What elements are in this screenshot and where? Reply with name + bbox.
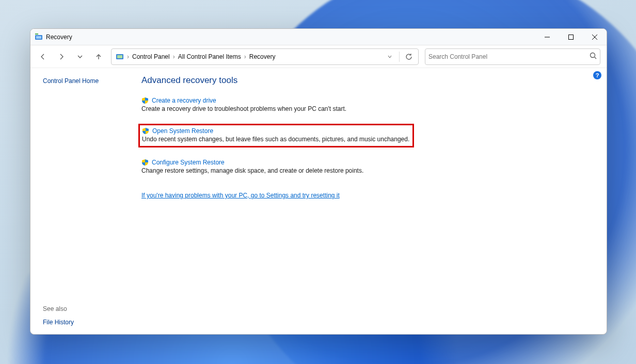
svg-rect-4 — [569, 35, 574, 39]
up-button[interactable] — [92, 51, 105, 63]
svg-rect-9 — [117, 55, 122, 58]
uac-shield-icon — [141, 97, 149, 104]
refresh-button[interactable] — [402, 49, 416, 64]
search-box[interactable] — [425, 48, 600, 65]
uac-shield-icon — [142, 127, 149, 135]
maximize-button[interactable] — [559, 29, 583, 45]
open-system-restore-item: Open System Restore Undo recent system c… — [141, 124, 513, 147]
forward-button[interactable] — [55, 51, 68, 63]
minimize-button[interactable] — [535, 29, 559, 45]
toolbar: › Control Panel › All Control Panel Item… — [30, 45, 607, 68]
control-panel-home-link[interactable]: Control Panel Home — [43, 77, 133, 85]
open-system-restore-link[interactable]: Open System Restore — [152, 127, 213, 135]
file-history-link[interactable]: File History — [43, 319, 74, 326]
control-panel-icon — [116, 53, 124, 61]
svg-line-11 — [595, 57, 597, 59]
chevron-right-icon: › — [127, 53, 129, 60]
svg-rect-1 — [36, 36, 41, 39]
content-area: ? Control Panel Home See also File Histo… — [30, 68, 607, 334]
breadcrumb-control-panel[interactable]: Control Panel — [131, 52, 171, 61]
create-recovery-drive-item: Create a recovery drive Create a recover… — [141, 97, 513, 112]
reset-pc-link[interactable]: If you're having problems with your PC, … — [141, 192, 340, 199]
see-also-label: See also — [43, 305, 133, 312]
chevron-right-icon: › — [244, 53, 246, 60]
close-button[interactable] — [583, 29, 607, 45]
recent-locations-button[interactable] — [74, 51, 86, 63]
page-heading: Advanced recovery tools — [141, 75, 596, 86]
configure-system-restore-desc: Change restore settings, manage disk spa… — [141, 167, 513, 174]
breadcrumb-recovery[interactable]: Recovery — [248, 52, 277, 61]
open-system-restore-desc: Undo recent system changes, but leave fi… — [142, 136, 409, 143]
chevron-right-icon: › — [173, 53, 175, 60]
main-panel: Advanced recovery tools Create a recover… — [141, 68, 607, 334]
search-icon — [590, 52, 597, 61]
search-input[interactable] — [428, 53, 590, 60]
window-title: Recovery — [46, 34, 72, 41]
address-dropdown-button[interactable] — [383, 49, 397, 64]
breadcrumb-all-items[interactable]: All Control Panel Items — [177, 52, 242, 61]
uac-shield-icon — [141, 159, 149, 166]
create-recovery-drive-link[interactable]: Create a recovery drive — [152, 97, 216, 104]
configure-system-restore-link[interactable]: Configure System Restore — [152, 159, 225, 166]
svg-point-10 — [591, 53, 595, 57]
back-button[interactable] — [37, 51, 49, 63]
recovery-window: Recovery › Control Panel › All Control P… — [30, 28, 607, 335]
address-bar[interactable]: › Control Panel › All Control Panel Item… — [111, 48, 419, 65]
configure-system-restore-item: Configure System Restore Change restore … — [141, 159, 513, 174]
highlight-box: Open System Restore Undo recent system c… — [138, 124, 414, 147]
recovery-app-icon — [35, 33, 43, 41]
svg-rect-2 — [35, 34, 38, 35]
sidebar: Control Panel Home See also File History — [30, 68, 141, 334]
titlebar: Recovery — [30, 29, 607, 45]
create-recovery-drive-desc: Create a recovery drive to troubleshoot … — [141, 105, 513, 112]
